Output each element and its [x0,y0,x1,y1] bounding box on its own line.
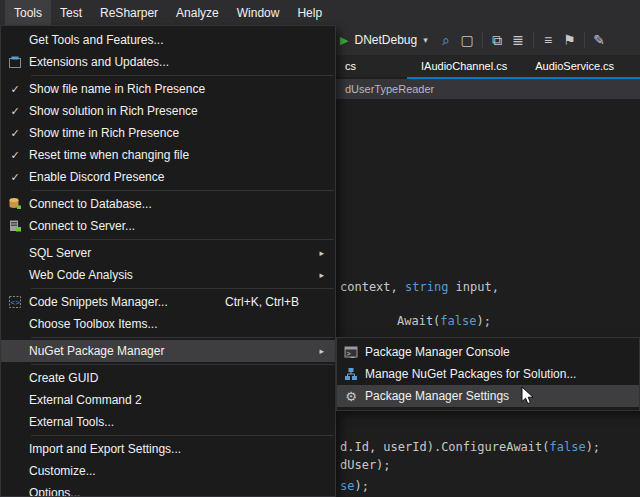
menu-item-reset-time-when-changing-file[interactable]: ✓Reset time when changing file [1,144,335,166]
breadcrumb[interactable]: dUserTypeReader [345,83,434,95]
tab-cs[interactable]: cs [337,55,407,77]
menu-item-customize[interactable]: Customize... [1,460,335,482]
edit-icon[interactable]: ✎ [589,29,610,51]
check-icon: ✓ [1,149,29,162]
menu-item-label: Get Tools and Features... [29,33,164,47]
menu-item-label: Show file name in Rich Presence [29,82,205,96]
toolbar-icon-group: ⌕▢⧉≣≡⚑✎ [436,29,610,51]
menu-item-label: Show solution in Rich Presence [29,104,198,118]
find-icon[interactable]: ⌕ [436,29,457,51]
menu-item-show-file-name-in-rich-presence[interactable]: ✓Show file name in Rich Presence [1,78,335,100]
menu-separator [31,364,334,365]
check-icon: ✓ [1,105,29,118]
tab-audioservice-cs[interactable]: AudioService.cs [521,55,628,77]
toolbar-separator [533,32,534,48]
menu-item-extensions-and-updates[interactable]: Extensions and Updates... [1,51,335,73]
nuget-submenu: >_Package Manager ConsoleManage NuGet Pa… [336,337,640,411]
menu-item-enable-discord-presence[interactable]: ✓Enable Discord Presence [1,166,335,188]
menu-item-external-tools[interactable]: External Tools... [1,411,335,433]
menu-item-label: Web Code Analysis [29,268,133,282]
menu-item-label: Create GUID [29,371,98,385]
menubar-item-help[interactable]: Help [288,0,331,25]
menu-item-nuget-package-manager[interactable]: NuGet Package Manager▸ [1,340,335,362]
code-fragment: context, string input, [340,280,499,294]
menubar-item-analyze[interactable]: Analyze [167,0,228,25]
menu-separator [31,337,334,338]
menu-item-label: Connect to Database... [29,197,152,211]
menu-item-connect-to-server[interactable]: Connect to Server... [1,215,335,237]
menubar-item-tools[interactable]: Tools [5,0,51,25]
menu-item-connect-to-database[interactable]: Connect to Database... [1,193,335,215]
menu-item-external-command-2[interactable]: External Command 2 [1,389,335,411]
server-icon [1,219,29,233]
code-fragment: dUser); [340,458,391,472]
svg-text:>_: >_ [347,350,355,358]
menu-item-show-time-in-rich-presence[interactable]: ✓Show time in Rich Presence [1,122,335,144]
submenu-arrow-icon: ▸ [319,346,333,356]
menu-item-web-code-analysis[interactable]: Web Code Analysis▸ [1,264,335,286]
menu-item-sql-server[interactable]: SQL Server▸ [1,242,335,264]
menu-item-label: Customize... [29,464,96,478]
menu-item-label: NuGet Package Manager [29,344,164,358]
menu-item-options[interactable]: Options... [1,482,335,497]
run-config-label: DNetDebug [354,33,417,47]
toolbar-separator [584,32,585,48]
menu-item-label: Reset time when changing file [29,148,189,162]
menu-item-label: External Tools... [29,415,114,429]
menu-item-get-tools-and-features[interactable]: Get Tools and Features... [1,29,335,51]
code-fragment: Await(false); [397,314,491,328]
play-icon: ▶ [340,34,348,47]
check-icon: ✓ [1,83,29,96]
vs-window: context, string input,Await(false);d.Id,… [0,0,640,497]
menu-item-label: Import and Export Settings... [29,442,181,456]
menu-item-label: Options... [29,486,80,497]
submenu-arrow-icon: ▸ [319,248,333,258]
start-debug-button[interactable]: ▶ DNetDebug ▾ [340,33,428,47]
bookmark-icon[interactable]: ⚑ [559,29,580,51]
menu-item-label: Package Manager Console [365,345,510,359]
extensions-icon [1,55,29,69]
menubar-item-window[interactable]: Window [228,0,289,25]
menu-item-label: External Command 2 [29,393,142,407]
menu-item-label: Package Manager Settings [365,389,509,403]
check-icon: ✓ [1,127,29,140]
menu-item-shortcut: Ctrl+K, Ctrl+B [225,295,333,309]
line-list-icon[interactable]: ≡ [538,29,559,51]
menu-item-package-manager-console[interactable]: >_Package Manager Console [337,341,639,363]
code-fragment: d.Id, userId).ConfigureAwait(false); [340,440,600,454]
menu-separator [31,288,334,289]
menu-item-label: Choose Toolbox Items... [29,317,158,331]
menu-item-show-solution-in-rich-presence[interactable]: ✓Show solution in Rich Presence [1,100,335,122]
menu-item-manage-nuget-packages-for-solution[interactable]: Manage NuGet Packages for Solution... [337,363,639,385]
menu-item-code-snippets-manager[interactable]: <>Code Snippets Manager...Ctrl+K, Ctrl+B [1,291,335,313]
menubar-item-resharper[interactable]: ReSharper [91,0,167,25]
check-icon: ✓ [1,171,29,184]
menu-item-label: Enable Discord Presence [29,170,164,184]
menu-separator [31,435,334,436]
copy-window-icon[interactable]: ⧉ [487,29,508,51]
manage-packages-icon [337,367,365,381]
snippets-icon: <> [1,295,29,309]
svg-text:<>: <> [11,298,21,307]
tab-iaudiochannel-cs[interactable]: IAudioChannel.cs [407,55,521,77]
menu-separator [31,190,334,191]
menu-item-package-manager-settings[interactable]: ⚙Package Manager Settings [337,385,639,407]
menu-separator [31,239,334,240]
menubar-item-test[interactable]: Test [51,0,91,25]
menu-item-create-guid[interactable]: Create GUID [1,367,335,389]
submenu-arrow-icon: ▸ [319,270,333,280]
new-window-icon[interactable]: ▢ [457,29,478,51]
code-fragment: se); [340,479,369,493]
menu-item-choose-toolbox-items[interactable]: Choose Toolbox Items... [1,313,335,335]
menu-item-label: Show time in Rich Presence [29,126,179,140]
console-icon: >_ [337,345,365,359]
database-icon [1,197,29,211]
chevron-down-icon[interactable]: ▾ [423,35,428,45]
sort-list-icon[interactable]: ≣ [508,29,529,51]
menu-item-import-and-export-settings[interactable]: Import and Export Settings... [1,438,335,460]
menu-item-label: Extensions and Updates... [29,55,169,69]
menu-separator [31,75,334,76]
toolbar-separator [482,32,483,48]
tools-dropdown-menu: Get Tools and Features...Extensions and … [0,25,336,497]
active-tab-underline [407,77,640,79]
